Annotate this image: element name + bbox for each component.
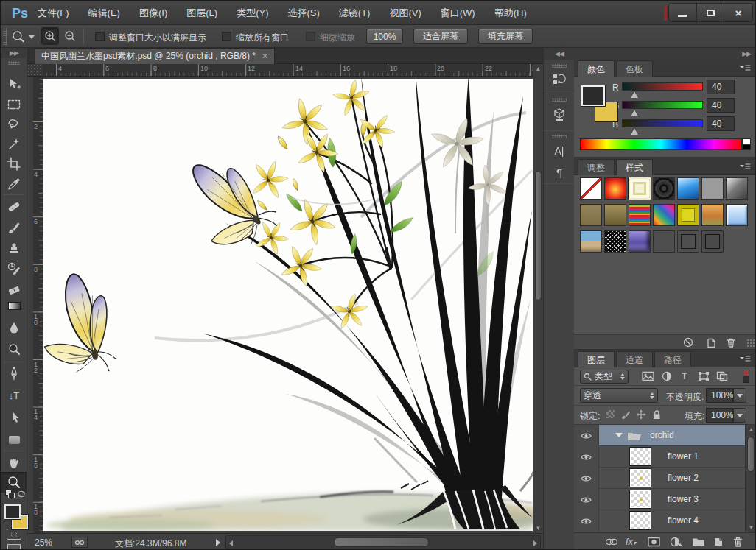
black-swatch[interactable]	[742, 144, 751, 150]
tab-adjustments[interactable]: 调整	[578, 159, 615, 175]
layer-thumbnail[interactable]	[630, 448, 651, 465]
vertical-type-tool[interactable]: ↓T	[4, 387, 24, 404]
current-tool-icon[interactable]	[11, 29, 26, 44]
layer-row-orchid[interactable]: orchid	[574, 425, 745, 446]
blend-mode-combo[interactable]: 穿透	[580, 388, 658, 403]
panel-menu-icon[interactable]	[739, 64, 751, 71]
eraser-tool[interactable]	[4, 280, 24, 297]
style-swatch[interactable]	[677, 204, 699, 226]
swap-colors-icon[interactable]	[17, 490, 26, 498]
tab-layers[interactable]: 图层	[578, 351, 615, 367]
tool-preset-dropdown-icon[interactable]	[29, 35, 35, 39]
channel-g-value[interactable]: 40	[707, 98, 735, 113]
menu-view[interactable]: 视图(V)	[389, 7, 421, 20]
style-swatch[interactable]	[677, 230, 699, 253]
quick-mask-button[interactable]	[7, 529, 21, 540]
filter-shape-layers-icon[interactable]	[698, 371, 710, 381]
style-swatch[interactable]	[677, 177, 699, 200]
style-swatch[interactable]	[604, 204, 626, 226]
channel-b-thumb[interactable]	[631, 128, 638, 135]
layer-thumbnail[interactable]	[630, 490, 651, 508]
resize-windows-checkbox[interactable]	[95, 32, 105, 41]
zoom-all-windows-checkbox[interactable]	[222, 32, 231, 41]
history-brush-tool[interactable]	[4, 260, 24, 278]
canvas[interactable]	[43, 79, 533, 531]
rectangle-tool[interactable]	[4, 431, 24, 448]
fit-screen-button[interactable]: 适合屏幕	[413, 29, 468, 44]
scroll-down-icon[interactable]: ▼	[746, 524, 756, 531]
style-swatch[interactable]	[629, 230, 651, 253]
horizontal-scroll-thumb[interactable]	[334, 537, 429, 547]
group-expand-icon[interactable]	[615, 433, 623, 437]
panel-menu-icon[interactable]	[739, 163, 751, 170]
layer-row-flower-3[interactable]: flower 3	[574, 489, 745, 510]
document-tab[interactable]: 中国风幽兰水墨psd素材.psd @ 25% (orchid , RGB/8) …	[35, 48, 275, 64]
tools-gripper[interactable]	[8, 61, 20, 65]
scroll-up-icon[interactable]: ▲	[746, 426, 756, 433]
tab-styles[interactable]: 样式	[616, 159, 653, 175]
channel-g-slider[interactable]	[622, 101, 703, 109]
lock-pixels-icon[interactable]	[620, 409, 631, 420]
maximize-button[interactable]	[697, 4, 725, 21]
collapse-panels-icon[interactable]: ▶▶	[574, 48, 756, 60]
options-gripper[interactable]	[3, 28, 7, 45]
filter-pixel-layers-icon[interactable]	[642, 371, 654, 381]
minimize-button[interactable]	[669, 4, 697, 21]
clone-stamp-tool[interactable]	[4, 239, 24, 257]
menu-help[interactable]: 帮助(H)	[494, 7, 527, 20]
gradient-tool[interactable]	[4, 297, 24, 314]
new-layer-icon[interactable]	[713, 536, 724, 547]
tab-color[interactable]: 颜色	[578, 60, 615, 77]
style-swatch[interactable]	[701, 230, 724, 253]
visibility-toggle[interactable]	[574, 425, 599, 446]
zoom-in-button[interactable]	[41, 27, 59, 45]
style-swatch[interactable]	[701, 177, 724, 200]
path-selection-tool[interactable]	[4, 409, 24, 426]
dock-gripper[interactable]	[552, 98, 567, 102]
new-adjustment-layer-icon[interactable]	[670, 537, 682, 547]
pen-tool[interactable]	[4, 364, 24, 382]
brush-tool[interactable]	[4, 219, 24, 236]
filter-adjustment-layers-icon[interactable]	[662, 371, 673, 381]
style-swatch[interactable]	[604, 177, 626, 200]
visibility-toggle[interactable]	[574, 468, 599, 489]
opacity-dropdown-icon[interactable]	[733, 388, 746, 403]
fill-screen-button[interactable]: 填充屏幕	[478, 29, 533, 44]
style-swatch[interactable]	[726, 177, 748, 200]
tab-swatches[interactable]: 色板	[616, 60, 653, 77]
lock-transparency-icon[interactable]	[606, 410, 615, 418]
menu-layer[interactable]: 图层(L)	[186, 7, 217, 20]
opacity-value[interactable]: 100%	[706, 388, 733, 403]
menu-window[interactable]: 窗口(W)	[441, 7, 475, 20]
clear-style-icon[interactable]	[683, 337, 693, 348]
zoom-out-button[interactable]	[61, 27, 79, 45]
status-options-icon[interactable]	[71, 537, 88, 548]
eyedropper-tool[interactable]	[4, 175, 24, 193]
visibility-toggle[interactable]	[574, 489, 599, 510]
foreground-color-swatch[interactable]	[4, 504, 21, 519]
horizontal-scrollbar[interactable]	[225, 535, 541, 549]
channel-r-thumb[interactable]	[631, 91, 638, 98]
horizontal-ruler[interactable]: 4 6 8 10 12 14 16 18 20 22 24	[43, 64, 543, 77]
layers-scrollbar[interactable]: ▲ ▼	[745, 425, 756, 532]
style-swatch[interactable]	[580, 204, 602, 226]
3d-panel-icon[interactable]	[550, 105, 569, 124]
layer-row-flower-2[interactable]: flower 2	[574, 468, 745, 489]
move-tool[interactable]	[4, 76, 24, 94]
white-swatch[interactable]	[742, 138, 751, 144]
layers-scroll-thumb[interactable]	[747, 437, 755, 472]
scroll-left-icon[interactable]	[229, 540, 233, 546]
style-swatch[interactable]	[701, 204, 724, 226]
style-swatch-no-style[interactable]	[580, 177, 602, 200]
expand-tools-icon[interactable]: ▶▶	[1, 48, 27, 58]
dodge-tool[interactable]	[4, 341, 24, 359]
new-group-icon[interactable]	[692, 537, 705, 546]
lock-all-icon[interactable]	[651, 409, 662, 420]
dock-gripper[interactable]	[552, 135, 567, 138]
channel-r-slider[interactable]	[622, 82, 703, 91]
character-panel-icon[interactable]: A|	[550, 141, 569, 161]
lasso-tool[interactable]	[4, 116, 24, 133]
zoom-level-field[interactable]: 25%	[35, 537, 52, 548]
tab-paths[interactable]: 路径	[654, 351, 691, 367]
layer-row-flower-4[interactable]: flower 4	[574, 510, 745, 532]
